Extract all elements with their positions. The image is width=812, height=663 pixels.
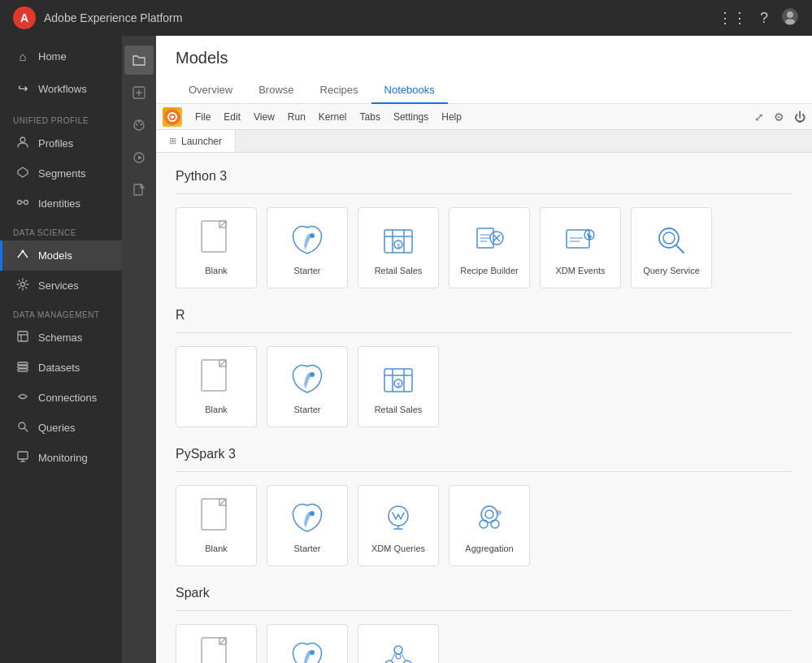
tabs: Overview Browse Recipes Notebooks <box>176 77 792 103</box>
section-pyspark3: PySpark 3 Blank Starter <box>176 447 792 566</box>
python3-blank-card[interactable]: Blank <box>176 207 257 288</box>
svg-rect-15 <box>18 369 28 371</box>
iconbar-palette[interactable] <box>124 110 154 140</box>
pyspark3-blank-label: Blank <box>205 544 228 553</box>
top-nav-right: ⋮⋮ ? <box>718 7 799 29</box>
spark-blank-card[interactable]: Blank <box>176 624 257 663</box>
sidebar-item-connections[interactable]: Connections <box>0 383 122 413</box>
svg-point-80 <box>396 654 401 659</box>
python3-starter-card[interactable]: Starter <box>267 207 348 288</box>
python3-recipe-label: Recipe Builder <box>460 266 519 275</box>
r-starter-card[interactable]: Starter <box>267 346 348 427</box>
pyspark3-xdm-queries-card[interactable]: XDM Queries <box>358 485 439 566</box>
sidebar-item-queries[interactable]: Queries <box>0 413 122 443</box>
sidebar-item-home[interactable]: ⌂ Home <box>0 42 122 71</box>
svg-rect-18 <box>18 452 28 459</box>
pyspark3-starter-card[interactable]: Starter <box>267 485 348 566</box>
svg-line-81 <box>391 652 396 661</box>
svg-point-3 <box>20 137 25 142</box>
iconbar-add[interactable] <box>124 78 154 107</box>
grid-icon[interactable]: ⋮⋮ <box>718 9 747 27</box>
python3-recipe-card[interactable]: Recipe Builder <box>449 207 530 288</box>
help-icon[interactable]: ? <box>760 10 768 27</box>
nb-tab-bar: ⊞ Launcher <box>156 130 812 153</box>
python3-xdm-events-card[interactable]: XDM Events <box>540 207 621 288</box>
pyspark3-blank-card[interactable]: Blank <box>176 485 257 566</box>
svg-text:$: $ <box>397 381 401 388</box>
menu-edit[interactable]: Edit <box>217 108 247 126</box>
svg-line-82 <box>401 652 406 661</box>
menu-view[interactable]: View <box>247 108 281 126</box>
r-cards: Blank Starter <box>176 346 792 427</box>
svg-point-9 <box>21 283 25 287</box>
sidebar-item-workflows[interactable]: ↪ Workflows <box>0 74 122 103</box>
blank-icon <box>196 220 237 261</box>
svg-line-75 <box>219 638 226 644</box>
iconbar-folder[interactable] <box>124 46 154 75</box>
sidebar-item-monitoring[interactable]: Monitoring <box>0 443 122 473</box>
r-retail-card[interactable]: $ Retail Sales <box>358 346 439 427</box>
python3-query-service-label: Query Service <box>643 266 700 275</box>
datasets-icon <box>15 360 30 375</box>
section-python3-title: Python 3 <box>176 169 792 184</box>
iconbar-run[interactable] <box>124 143 154 172</box>
tab-overview[interactable]: Overview <box>176 77 245 104</box>
sidebar-item-models[interactable]: Models <box>0 240 122 271</box>
svg-point-25 <box>136 124 137 125</box>
power-icon[interactable]: ⏻ <box>794 110 805 124</box>
spark-clustering-card[interactable]: Clustering <box>358 624 439 663</box>
user-icon[interactable] <box>781 7 799 29</box>
pyspark3-blank-icon <box>196 498 237 539</box>
svg-point-6 <box>24 201 28 205</box>
python3-blank-label: Blank <box>205 266 228 275</box>
top-nav: A Adobe Experience Platform ⋮⋮ ? <box>0 0 812 36</box>
menu-kernel[interactable]: Kernel <box>312 108 354 126</box>
menu-run[interactable]: Run <box>281 108 312 126</box>
section-r-title: R <box>176 308 792 323</box>
svg-point-8 <box>22 250 24 253</box>
r-retail-icon: $ <box>378 359 419 400</box>
notebook-body: Python 3 Blank Starter <box>156 153 812 663</box>
python3-retail-card[interactable]: $ Retail Sales <box>358 207 439 288</box>
svg-marker-4 <box>18 167 28 177</box>
tab-notebooks[interactable]: Notebooks <box>371 77 448 104</box>
menu-help[interactable]: Help <box>435 108 468 126</box>
clustering-icon <box>378 637 419 663</box>
models-icon <box>15 248 30 263</box>
svg-rect-14 <box>18 366 28 368</box>
expand-icon[interactable]: ⤢ <box>754 110 764 124</box>
pyspark3-aggregation-card[interactable]: Aggregation <box>449 485 530 566</box>
svg-point-73 <box>497 510 502 515</box>
menu-tabs[interactable]: Tabs <box>354 108 387 126</box>
tab-browse[interactable]: Browse <box>245 77 306 104</box>
menu-file[interactable]: File <box>189 108 217 126</box>
section-spark-title: Spark <box>176 586 792 600</box>
settings-icon[interactable]: ⚙ <box>774 110 784 124</box>
sidebar-item-datasets[interactable]: Datasets <box>0 353 122 383</box>
svg-line-17 <box>25 429 28 432</box>
sidebar-item-services[interactable]: Services <box>0 271 122 301</box>
segments-icon <box>15 166 30 181</box>
svg-line-34 <box>219 221 226 228</box>
svg-line-55 <box>219 360 226 366</box>
svg-point-27 <box>138 121 140 123</box>
workflows-icon: ↪ <box>15 81 30 96</box>
svg-point-26 <box>141 124 142 125</box>
sidebar-item-identities[interactable]: Identities <box>0 188 122 219</box>
r-blank-card[interactable]: Blank <box>176 346 257 427</box>
queries-icon <box>15 420 30 436</box>
app-title: Adobe Experience Platform <box>44 11 182 24</box>
python3-xdm-events-label: XDM Events <box>555 266 605 275</box>
monitoring-icon <box>15 450 30 466</box>
launcher-tab[interactable]: ⊞ Launcher <box>156 130 236 152</box>
spark-starter-card[interactable]: Starter <box>267 624 348 663</box>
sidebar-item-segments[interactable]: Segments <box>0 158 122 188</box>
launcher-tab-icon: ⊞ <box>169 136 176 146</box>
sidebar-item-profiles[interactable]: Profiles <box>0 128 122 158</box>
iconbar-file[interactable] <box>124 176 154 205</box>
python3-query-service-card[interactable]: Query Service <box>631 207 712 288</box>
tab-recipes[interactable]: Recipes <box>307 77 371 104</box>
sidebar-item-schemas[interactable]: Schemas <box>0 323 122 353</box>
menu-settings[interactable]: Settings <box>387 108 435 126</box>
svg-point-52 <box>663 232 675 244</box>
